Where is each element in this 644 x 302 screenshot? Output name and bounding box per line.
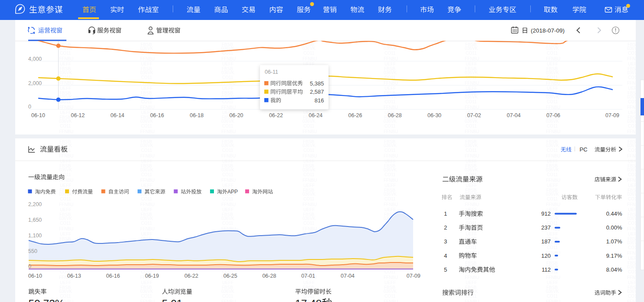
svg-text:3: 3 (444, 238, 447, 245)
svg-text:9.17%: 9.17% (606, 253, 622, 259)
svg-text:06-25: 06-25 (223, 273, 237, 279)
svg-text:1.07%: 1.07% (606, 238, 622, 245)
svg-text:06-12: 06-12 (71, 112, 85, 118)
svg-text:816: 816 (315, 97, 324, 104)
svg-text:5.01: 5.01 (162, 298, 183, 302)
svg-text:1: 1 (444, 210, 447, 217)
svg-text:06-16: 06-16 (150, 112, 164, 118)
svg-text:5: 5 (444, 266, 447, 273)
svg-text:07-01: 07-01 (301, 273, 315, 279)
svg-text:120: 120 (541, 253, 551, 259)
svg-text:4,000: 4,000 (28, 56, 42, 62)
svg-text:59.73%: 59.73% (29, 298, 65, 302)
svg-text:1,100: 1,100 (28, 233, 42, 239)
svg-text:(2018-07-09): (2018-07-09) (531, 27, 565, 34)
svg-text:07-02: 07-02 (467, 112, 481, 118)
svg-text:APP: APP (227, 189, 238, 195)
svg-text:0.44%: 0.44% (606, 210, 622, 217)
svg-text:237: 237 (541, 224, 551, 231)
svg-text:07-06: 07-06 (546, 112, 560, 118)
svg-text:112: 112 (542, 266, 551, 273)
svg-text:06-26: 06-26 (348, 112, 362, 118)
svg-text:07-09: 07-09 (605, 112, 619, 118)
svg-text:06-24: 06-24 (309, 112, 322, 118)
svg-text:06-28: 06-28 (388, 112, 402, 118)
svg-text:187: 187 (541, 238, 551, 245)
svg-text:2,587: 2,587 (310, 89, 324, 95)
svg-text:07-09: 07-09 (407, 273, 421, 279)
svg-text:06-14: 06-14 (111, 112, 125, 118)
svg-text:06-11: 06-11 (265, 69, 278, 75)
svg-text:06-28: 06-28 (262, 273, 276, 279)
svg-text:07-04: 07-04 (341, 273, 355, 279)
svg-text:0: 0 (28, 263, 31, 269)
svg-text:PC: PC (580, 146, 588, 153)
svg-text:06-20: 06-20 (230, 112, 243, 118)
svg-text:06-19: 06-19 (145, 273, 159, 279)
svg-text:06-22: 06-22 (184, 273, 198, 279)
svg-text:550: 550 (28, 248, 37, 254)
svg-text:0.00%: 0.00% (606, 224, 622, 231)
svg-text:912: 912 (541, 210, 551, 217)
svg-text:06-18: 06-18 (190, 112, 204, 118)
svg-text:17.48: 17.48 (295, 298, 322, 302)
svg-text:06-16: 06-16 (106, 273, 120, 279)
svg-text:06-10: 06-10 (28, 273, 42, 279)
svg-text:2: 2 (444, 224, 447, 231)
svg-text:06-10: 06-10 (31, 112, 45, 118)
svg-text:5,385: 5,385 (310, 80, 324, 87)
svg-text:8.04%: 8.04% (606, 266, 622, 273)
svg-text:2,000: 2,000 (28, 80, 42, 86)
svg-text:2,200: 2,200 (28, 201, 42, 207)
svg-text:06-13: 06-13 (67, 273, 81, 279)
svg-text:1,650: 1,650 (28, 217, 42, 223)
svg-text:07-04: 07-04 (507, 112, 521, 118)
svg-text:4: 4 (444, 253, 447, 259)
svg-text:06-30: 06-30 (427, 112, 441, 118)
svg-text:0: 0 (28, 104, 31, 110)
svg-text:06-22: 06-22 (269, 112, 283, 118)
